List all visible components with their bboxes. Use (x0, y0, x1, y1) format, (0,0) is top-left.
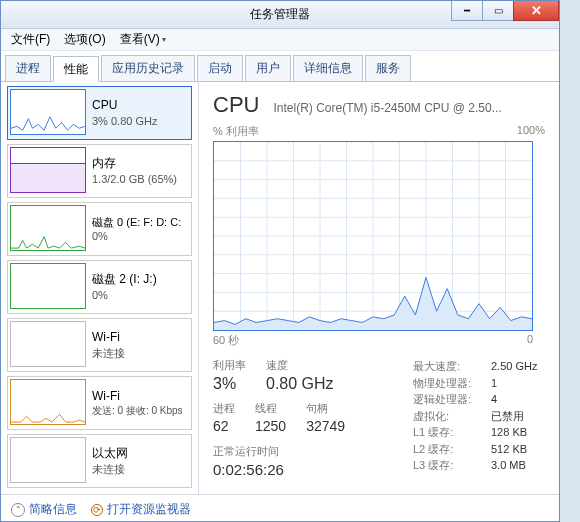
stats-row1: 利用率 3% 速度 0.80 GHz (213, 358, 393, 393)
speed-value: 0.80 GHz (266, 375, 334, 393)
sidebar-item-ethernet[interactable]: 以太网 未连接 (7, 434, 192, 488)
sidebar-item-cpu[interactable]: CPU 3% 0.80 GHz (7, 86, 192, 140)
window-title: 任务管理器 (250, 6, 310, 23)
sidebar-item-disk2[interactable]: 磁盘 2 (I: J:) 0% (7, 260, 192, 314)
sidebar-item-sub: 发送: 0 接收: 0 Kbps (92, 404, 183, 417)
handles-value: 32749 (306, 418, 345, 434)
sidebar-item-label: CPU (92, 98, 157, 114)
chart-ymax: 100% (517, 124, 545, 139)
cpu-chart (213, 141, 533, 331)
ethernet-thumb-icon (10, 437, 86, 483)
specs: 最大速度:2.50 GHz 物理处理器:1 逻辑处理器:4 虚拟化:已禁用 L1… (413, 358, 537, 478)
disk-thumb-icon (10, 263, 86, 309)
uptime-label: 正常运行时间 (213, 444, 393, 459)
l3-key: L3 缓存: (413, 457, 473, 474)
menu-file[interactable]: 文件(F) (5, 29, 56, 50)
window-buttons: ━ ▭ ✕ (452, 1, 559, 21)
l1-val: 128 KB (491, 424, 527, 441)
close-button[interactable]: ✕ (513, 1, 559, 21)
logical-val: 4 (491, 391, 497, 408)
threads-label: 线程 (255, 401, 286, 416)
task-manager-window: 任务管理器 ━ ▭ ✕ 文件(F) 选项(O) 查看(V)▾ 进程 性能 应用历… (0, 0, 560, 522)
sidebar-item-label: 磁盘 2 (I: J:) (92, 272, 157, 288)
l2-key: L2 缓存: (413, 441, 473, 458)
processes-label: 进程 (213, 401, 235, 416)
maxspeed-val: 2.50 GHz (491, 358, 537, 375)
tab-users[interactable]: 用户 (245, 55, 291, 81)
chart-xleft: 60 秒 (213, 333, 239, 348)
brief-info-link[interactable]: ˄ 简略信息 (11, 501, 77, 518)
util-value: 3% (213, 375, 246, 393)
memory-thumb-icon (10, 147, 86, 193)
sidebar-item-wifi2[interactable]: Wi-Fi 发送: 0 接收: 0 Kbps (7, 376, 192, 430)
maximize-button[interactable]: ▭ (482, 1, 514, 21)
menu-options[interactable]: 选项(O) (58, 29, 111, 50)
main-header: CPU Intel(R) Core(TM) i5-2450M CPU @ 2.5… (213, 92, 545, 118)
virt-key: 虚拟化: (413, 408, 473, 425)
sidebar-item-label: 磁盘 0 (E: F: D: C: (92, 215, 181, 229)
content: CPU 3% 0.80 GHz 内存 1.3/2.0 GB (65%) 磁盘 (1, 82, 559, 494)
handles-label: 句柄 (306, 401, 345, 416)
sidebar-item-sub: 3% 0.80 GHz (92, 114, 157, 128)
uptime-block: 正常运行时间 0:02:56:26 (213, 444, 393, 478)
sidebar-item-label: 以太网 (92, 446, 128, 462)
sidebar-item-sub: 0% (92, 229, 181, 243)
tab-startup[interactable]: 启动 (197, 55, 243, 81)
chart-ylabel: % 利用率 (213, 124, 259, 139)
l3-val: 3.0 MB (491, 457, 526, 474)
l2-val: 512 KB (491, 441, 527, 458)
tab-app-history[interactable]: 应用历史记录 (101, 55, 195, 81)
info-icon: ⟳ (91, 504, 103, 516)
page-title: CPU (213, 92, 259, 118)
sidebar-item-wifi1[interactable]: Wi-Fi 未连接 (7, 318, 192, 372)
chart-top-labels: % 利用率 100% (213, 124, 545, 139)
sidebar-item-disk0[interactable]: 磁盘 0 (E: F: D: C: 0% (7, 202, 192, 256)
tab-performance[interactable]: 性能 (53, 56, 99, 82)
sidebar: CPU 3% 0.80 GHz 内存 1.3/2.0 GB (65%) 磁盘 (1, 82, 199, 494)
sockets-key: 物理处理器: (413, 375, 473, 392)
menubar: 文件(F) 选项(O) 查看(V)▾ (1, 29, 559, 51)
titlebar[interactable]: 任务管理器 ━ ▭ ✕ (1, 1, 559, 29)
sidebar-item-sub: 未连接 (92, 462, 128, 476)
wifi-thumb-icon (10, 321, 86, 367)
speed-label: 速度 (266, 358, 334, 373)
wifi-thumb-icon (10, 379, 86, 425)
tabs: 进程 性能 应用历史记录 启动 用户 详细信息 服务 (1, 51, 559, 82)
chart-xright: 0 (527, 333, 533, 348)
menu-view[interactable]: 查看(V)▾ (114, 29, 172, 50)
util-label: 利用率 (213, 358, 246, 373)
uptime-value: 0:02:56:26 (213, 461, 393, 478)
cpu-thumb-icon (10, 89, 86, 135)
sidebar-item-label: 内存 (92, 156, 177, 172)
sidebar-item-sub: 1.3/2.0 GB (65%) (92, 172, 177, 186)
resource-monitor-link[interactable]: ⟳ 打开资源监视器 (91, 501, 191, 518)
l1-key: L1 缓存: (413, 424, 473, 441)
processes-value: 62 (213, 418, 235, 434)
threads-value: 1250 (255, 418, 286, 434)
cpu-model: Intel(R) Core(TM) i5-2450M CPU @ 2.50... (273, 101, 545, 115)
footer: ˄ 简略信息 ⟳ 打开资源监视器 (1, 494, 559, 522)
chevron-up-icon: ˄ (11, 503, 25, 517)
tab-processes[interactable]: 进程 (5, 55, 51, 81)
minimize-button[interactable]: ━ (451, 1, 483, 21)
maxspeed-key: 最大速度: (413, 358, 473, 375)
sidebar-item-sub: 0% (92, 288, 157, 302)
sidebar-item-label: Wi-Fi (92, 389, 183, 405)
sockets-val: 1 (491, 375, 497, 392)
logical-key: 逻辑处理器: (413, 391, 473, 408)
tab-details[interactable]: 详细信息 (293, 55, 363, 81)
disk-thumb-icon (10, 205, 86, 251)
chevron-down-icon: ▾ (162, 35, 166, 44)
virt-val: 已禁用 (491, 408, 524, 425)
sidebar-item-label: Wi-Fi (92, 330, 125, 346)
sidebar-item-memory[interactable]: 内存 1.3/2.0 GB (65%) (7, 144, 192, 198)
chart-bottom-labels: 60 秒 0 (213, 333, 533, 348)
stats-row2: 进程 62 线程 1250 句柄 32749 (213, 401, 393, 434)
main-panel: CPU Intel(R) Core(TM) i5-2450M CPU @ 2.5… (199, 82, 559, 494)
tab-services[interactable]: 服务 (365, 55, 411, 81)
sidebar-item-sub: 未连接 (92, 346, 125, 360)
